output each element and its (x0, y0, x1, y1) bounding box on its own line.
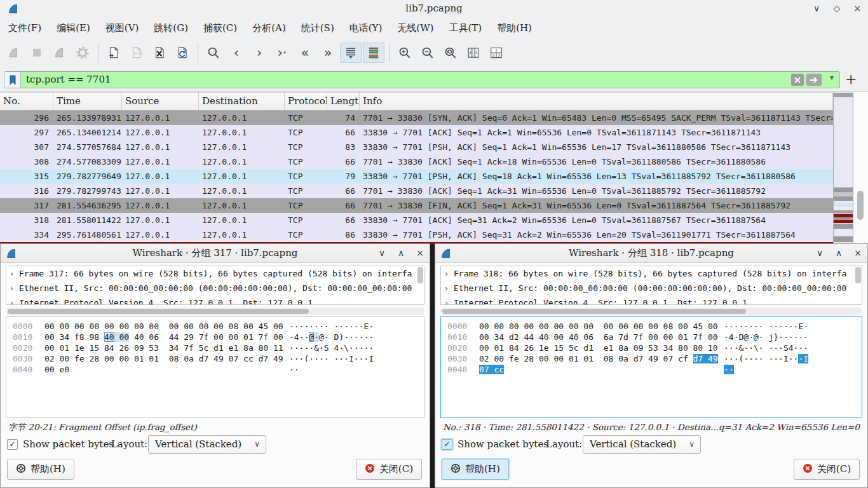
packet-row-296[interactable]: 296265.133978931127.0.0.1127.0.0.1TCP747… (0, 111, 833, 125)
expander-icon[interactable]: › (445, 295, 454, 305)
tree-row[interactable]: ›Internet Protocol Version 4, Src: 127.0… (441, 295, 862, 305)
packet-row-316[interactable]: 316279.782799743127.0.0.1127.0.0.1TCP667… (0, 184, 833, 198)
colorize-packets-button[interactable] (363, 43, 384, 63)
packet-row-307[interactable]: 307274.577057684127.0.0.1127.0.0.1TCP833… (0, 140, 833, 154)
minimize-button[interactable]: ∨ (810, 1, 824, 15)
hex-row[interactable]: 000000 00 00 00 00 00 00 00 00 00 00 00 … (6, 321, 424, 332)
close-button[interactable]: 关闭(C) (356, 459, 422, 480)
column-header-no[interactable]: No. (0, 93, 53, 110)
menu-wireless[interactable]: 无线(W) (390, 20, 440, 37)
menu-analyze[interactable]: 分析(A) (245, 20, 293, 37)
filter-dropdown-caret[interactable]: ▾ (830, 73, 834, 82)
go-back-button[interactable]: ‹ (226, 43, 247, 63)
show-packet-bytes-checkbox[interactable]: ✓ Show packet bytes (7, 437, 114, 452)
packet-row-315[interactable]: 315279.782779649127.0.0.1127.0.0.1TCP793… (0, 169, 833, 184)
menu-tools[interactable]: 工具(T) (442, 20, 489, 37)
minimize-button[interactable]: ∨ (813, 246, 827, 260)
go-first-packet-button[interactable]: « (294, 43, 316, 63)
tree-row[interactable]: ›Internet Protocol Version 4, Src: 127.0… (6, 295, 424, 305)
column-header-src[interactable]: Source (122, 93, 199, 110)
hex-row[interactable]: 001000 34 f8 98 40 00 40 06 44 29 7f 00 … (6, 332, 424, 342)
hex-row[interactable]: 001000 34 d2 44 40 00 40 06 6a 7d 7f 00 … (441, 332, 862, 342)
close-button[interactable]: 关闭(C) (794, 459, 860, 480)
tree-row[interactable]: ›Ethernet II, Src: 00:00:00_00:00:00 (00… (6, 281, 424, 295)
packet-row-297[interactable]: 297265.134001214127.0.0.1127.0.0.1TCP663… (0, 125, 833, 140)
packet-bytes-view[interactable]: 000000 00 00 00 00 00 00 00 00 00 00 00 … (440, 316, 862, 418)
resize-columns-button[interactable] (463, 43, 484, 63)
menu-file[interactable]: 文件(F) (1, 20, 48, 37)
close-button[interactable]: × (850, 1, 864, 15)
column-header-dst[interactable]: Destination (199, 93, 285, 110)
column-header-proto[interactable]: Protocol (285, 93, 327, 110)
find-packet-button[interactable] (203, 43, 224, 63)
hex-row[interactable]: 002000 01 1e 15 84 26 09 53 34 7f 5c d1 … (6, 342, 424, 353)
column-header-len[interactable]: Length (327, 93, 360, 110)
tree-scrollbar[interactable] (855, 267, 861, 304)
intelligent-scrollbar-map[interactable] (833, 92, 853, 244)
zoom-in-button[interactable] (394, 43, 416, 63)
column-header-time[interactable]: Time (53, 93, 122, 110)
tree-hscrollbar-thumb[interactable] (442, 309, 746, 314)
packet-detail-tree[interactable]: ›Frame 317: 66 bytes on wire (528 bits),… (6, 266, 424, 305)
open-file-button[interactable] (103, 43, 125, 63)
layout-select[interactable]: Vertical (Stacked) ∨ (148, 435, 266, 454)
packet-row-308[interactable]: 308274.577083309127.0.0.1127.0.0.1TCP667… (0, 154, 833, 169)
close-file-button[interactable] (149, 43, 170, 63)
tree-row[interactable]: ›Frame 317: 66 bytes on wire (528 bits),… (6, 266, 424, 281)
bookmark-icon[interactable] (4, 72, 21, 88)
tree-row[interactable]: ›Ethernet II, Src: 00:00:00_00:00:00 (00… (441, 281, 862, 295)
expander-icon[interactable]: › (10, 281, 19, 295)
go-forward-button[interactable]: › (248, 43, 270, 63)
help-button[interactable]: 帮助(H) (7, 459, 74, 480)
close-button[interactable]: × (413, 246, 427, 260)
menu-statistics[interactable]: 统计(S) (294, 20, 341, 37)
zoom-reset-button[interactable] (440, 43, 461, 63)
expander-icon[interactable]: › (445, 266, 454, 281)
expander-icon[interactable]: › (10, 266, 19, 281)
packet-row-317[interactable]: 317281.554636295127.0.0.1127.0.0.1TCP667… (0, 198, 833, 213)
hex-row[interactable]: 004000 e0·· (6, 364, 424, 375)
hex-row[interactable]: 004007 cc·· (441, 364, 862, 375)
display-filter-input[interactable]: tcp.port == 7701 ▾ (4, 71, 840, 88)
menu-capture[interactable]: 捕获(C) (196, 20, 244, 37)
maximize-button[interactable]: ◇ (830, 1, 844, 15)
tree-scrollbar-thumb[interactable] (417, 267, 423, 283)
apply-filter-button[interactable] (806, 74, 822, 86)
hex-row[interactable]: 000000 00 00 00 00 00 00 00 00 00 00 00 … (441, 321, 862, 332)
add-filter-button[interactable]: + (845, 72, 857, 86)
packet-bytes-view[interactable]: 000000 00 00 00 00 00 00 00 00 00 00 00 … (6, 316, 424, 418)
packet-row-318[interactable]: 318281.558011422127.0.0.1127.0.0.1TCP663… (0, 213, 833, 227)
help-button[interactable]: 帮助(H) (442, 459, 509, 480)
maximize-button[interactable]: ∧ (394, 246, 408, 260)
hex-row[interactable]: 003002 00 fe 28 00 00 01 01 08 0a d7 49 … (6, 353, 424, 364)
clear-filter-button[interactable] (791, 74, 804, 86)
close-button[interactable]: × (851, 246, 865, 260)
tree-horizontal-scrollbar[interactable] (6, 308, 424, 315)
tree-row[interactable]: ›Frame 318: 66 bytes on wire (528 bits),… (441, 266, 862, 281)
tree-scrollbar[interactable] (417, 267, 423, 304)
minimize-button[interactable]: ∨ (375, 246, 389, 260)
tree-hscrollbar-thumb[interactable] (8, 309, 309, 314)
hex-row[interactable]: 002000 01 84 26 1e 15 5c d1 e1 8a 09 53 … (441, 342, 862, 353)
column-header-info[interactable]: Info (360, 93, 833, 110)
go-to-packet-button[interactable]: ›· (271, 43, 293, 63)
menu-help[interactable]: 帮助(H) (490, 20, 539, 37)
menu-view[interactable]: 视图(V) (98, 20, 146, 37)
reload-file-button[interactable] (172, 43, 193, 63)
layout-1-2-3-button[interactable]: 123 (485, 43, 507, 63)
go-last-packet-button[interactable]: » (317, 43, 339, 63)
expander-icon[interactable]: › (10, 295, 19, 305)
expander-icon[interactable]: › (445, 281, 454, 295)
auto-scroll-button[interactable] (340, 43, 362, 63)
menu-go[interactable]: 跳转(G) (147, 20, 195, 37)
packet-row-334[interactable]: 334295.761480561127.0.0.1127.0.0.1TCP863… (0, 227, 833, 242)
hex-row[interactable]: 003002 00 fe 28 00 00 01 01 08 0a d7 49 … (441, 353, 862, 364)
packet-detail-tree[interactable]: ›Frame 318: 66 bytes on wire (528 bits),… (440, 266, 862, 305)
scrollbar-thumb[interactable] (857, 191, 864, 220)
menu-telephony[interactable]: 电话(Y) (342, 20, 390, 37)
show-packet-bytes-checkbox[interactable]: ✓ Show packet bytes (442, 437, 548, 452)
layout-select[interactable]: Vertical (Stacked) ∨ (583, 435, 701, 454)
tree-horizontal-scrollbar[interactable] (440, 308, 862, 315)
menu-edit[interactable]: 编辑(E) (50, 20, 97, 37)
zoom-out-button[interactable] (417, 43, 438, 63)
